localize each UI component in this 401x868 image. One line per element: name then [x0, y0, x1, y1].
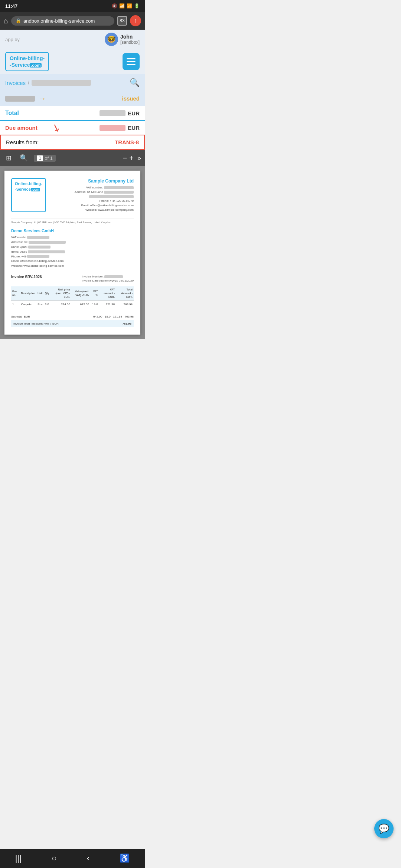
- tab-count[interactable]: 83: [117, 16, 127, 26]
- breadcrumb-current-page: [32, 80, 91, 86]
- col-qty: Qty: [44, 286, 50, 300]
- status-badge: issued: [122, 95, 140, 102]
- cell-vat-amount: 121.98: [99, 300, 116, 308]
- breadcrumb-separator: /: [28, 80, 29, 86]
- pdf-current-page[interactable]: 1: [37, 155, 43, 161]
- pdf-invoice-table: Pos no. Description Unit Qty Unit price …: [11, 286, 134, 308]
- status-time: 11:47: [5, 3, 17, 9]
- breadcrumb-invoices-link[interactable]: Invoices: [5, 80, 26, 86]
- table-header-row: Pos no. Description Unit Qty Unit price …: [11, 286, 134, 300]
- zoom-out-button[interactable]: −: [123, 154, 127, 162]
- pdf-zoom-controls: − +: [123, 154, 134, 162]
- results-from-label: Results from:: [6, 139, 39, 145]
- pdf-invoice-number: Invoice-Number:: [82, 274, 134, 279]
- pdf-invoice-date: Invoice-Date (dd/mm/yyyy): 02/11/2020: [82, 279, 134, 283]
- app-by-label: app by: [5, 37, 20, 42]
- user-name: John: [120, 34, 140, 40]
- wifi-icon: 📶: [119, 3, 125, 9]
- pdf-page-indicator: 1 of 1: [34, 155, 56, 162]
- pdf-invoice-title: Invoice SRV-1026: [11, 274, 42, 283]
- pdf-recipient-name: Demo Services GmbH: [11, 228, 134, 234]
- pdf-document: Online-billing- -Service.com Sample Comp…: [0, 166, 145, 339]
- cell-qty: 3.0: [44, 300, 50, 308]
- col-vat-pct: VAT %: [90, 286, 99, 300]
- sidebar-toggle-button[interactable]: ⊞: [4, 153, 14, 163]
- user-role: [sandbox]: [120, 40, 140, 45]
- pdf-search-button[interactable]: 🔍: [17, 153, 30, 163]
- user-avatar: 🤓: [105, 33, 118, 46]
- pdf-invoice-section: Invoice SRV-1026 Invoice-Number: Invoice…: [11, 274, 134, 283]
- results-from-value: TRANS-8: [115, 139, 139, 145]
- pdf-subtotal-section: Subtotal -EUR- 642.00 19.0 121.98 763.98: [11, 313, 134, 319]
- status-bar: 11:47 🔇 📶 📶 🔋: [0, 0, 145, 12]
- subtotal-values: 642.00 19.0 121.98 763.98: [93, 315, 134, 319]
- pdf-company-info: Sample Company Ltd VAT number: Address: …: [75, 178, 134, 212]
- user-name-box: John [sandbox]: [120, 34, 140, 45]
- due-amount-value: EUR: [100, 125, 140, 131]
- total-amount-value: [100, 110, 125, 116]
- due-amount-row: Due amount ↘ EUR: [0, 120, 145, 135]
- total-row: Total EUR: [0, 106, 145, 120]
- battery-icon: 🔋: [134, 3, 140, 9]
- pdf-invoice-total-label: Invoice Total (including VAT) -EUR-: [13, 322, 60, 326]
- cell-vat-pct: 19.0: [90, 300, 99, 308]
- total-currency: EUR: [128, 110, 140, 116]
- col-vat-amount: VAT amount -EUR-: [99, 286, 116, 300]
- pdf-invoice-total-row: Invoice Total (including VAT) -EUR- 763.…: [11, 320, 134, 327]
- browser-bar: ⌂ 🔒 andbox.online-billing-service.com 83…: [0, 12, 145, 30]
- table-row: 1 Carpets Pcs 3.0 214.00 642.00 19.0 121…: [11, 300, 134, 308]
- due-amount-label: Due amount: [5, 125, 38, 131]
- invoice-status-row: → issued: [0, 91, 145, 106]
- due-amount-number: [100, 125, 125, 131]
- signal-icon: 📶: [127, 3, 132, 9]
- home-icon[interactable]: ⌂: [4, 17, 8, 25]
- pdf-toolbar: ⊞ 🔍 1 of 1 − + »: [0, 150, 145, 166]
- col-description: Description: [20, 286, 37, 300]
- pdf-company-vat: VAT number: Address: 65 Mill Lane Phone:…: [75, 185, 134, 212]
- col-value: Value (excl. VAT) -EUR-: [71, 286, 90, 300]
- pdf-header: Online-billing- -Service.com Sample Comp…: [11, 178, 134, 212]
- invoice-id: [5, 96, 35, 102]
- breadcrumb: Invoices / 🔍: [0, 74, 145, 91]
- pdf-recipient-detail: VAT numbe Address: Ge Bank: Spark IBAN: …: [11, 235, 134, 269]
- cell-unit: Pcs: [36, 300, 44, 308]
- pdf-nav-right-button[interactable]: »: [137, 154, 141, 162]
- url-bar[interactable]: 🔒 andbox.online-billing-service.com: [11, 16, 114, 26]
- zoom-in-button[interactable]: +: [129, 154, 134, 162]
- pdf-sender-address: Sample Company Ltd | 65 Mill Lane | N55 …: [11, 218, 134, 224]
- cell-value: 642.00: [71, 300, 90, 308]
- logo-text: Online-billing- -Service.com: [10, 55, 45, 68]
- pdf-invoice-meta: Invoice-Number: Invoice-Date (dd/mm/yyyy…: [82, 274, 134, 283]
- lock-icon: 🔒: [16, 18, 21, 23]
- results-from-box: Results from: TRANS-8: [0, 135, 145, 150]
- search-icon[interactable]: 🔍: [130, 78, 140, 88]
- col-unit-price: Unit price (excl. VAT) -EUR-: [50, 286, 71, 300]
- arrow-right-icon: →: [39, 94, 46, 103]
- pdf-logo: Online-billing- -Service.com: [11, 178, 46, 212]
- pdf-recipient: Demo Services GmbH VAT numbe Address: Ge…: [11, 228, 134, 269]
- pdf-page: Online-billing- -Service.com Sample Comp…: [4, 171, 140, 335]
- col-unit: Unit: [36, 286, 44, 300]
- upload-button[interactable]: ↑: [130, 15, 141, 26]
- col-total-amount: Total Amount -EUR-: [116, 286, 134, 300]
- pdf-total-pages: of 1: [45, 155, 53, 161]
- logo-menu-row: Online-billing- -Service.com: [0, 49, 145, 74]
- mute-icon: 🔇: [112, 3, 117, 9]
- cell-description: Carpets: [20, 300, 37, 308]
- cell-total-amount: 763.98: [116, 300, 134, 308]
- pdf-invoice-total-value: 763.98: [123, 322, 131, 326]
- cell-pos: 1: [11, 300, 20, 308]
- total-label: Total: [5, 110, 19, 116]
- menu-line-2: [127, 61, 136, 62]
- pdf-logo-text: Online-billing- -Service.com: [15, 181, 42, 192]
- due-currency: EUR: [128, 125, 140, 131]
- status-icons: 🔇 📶 📶 🔋: [112, 3, 140, 9]
- red-arrow-icon: ↘: [50, 121, 62, 135]
- user-info: 🤓 John [sandbox]: [105, 33, 140, 46]
- col-pos: Pos no.: [11, 286, 20, 300]
- subtotal-label: Subtotal -EUR-: [11, 315, 31, 319]
- app-logo: Online-billing- -Service.com: [5, 52, 49, 71]
- app-header: app by 🤓 John [sandbox]: [0, 30, 145, 49]
- total-amount: EUR: [100, 110, 140, 116]
- hamburger-menu-button[interactable]: [123, 53, 140, 70]
